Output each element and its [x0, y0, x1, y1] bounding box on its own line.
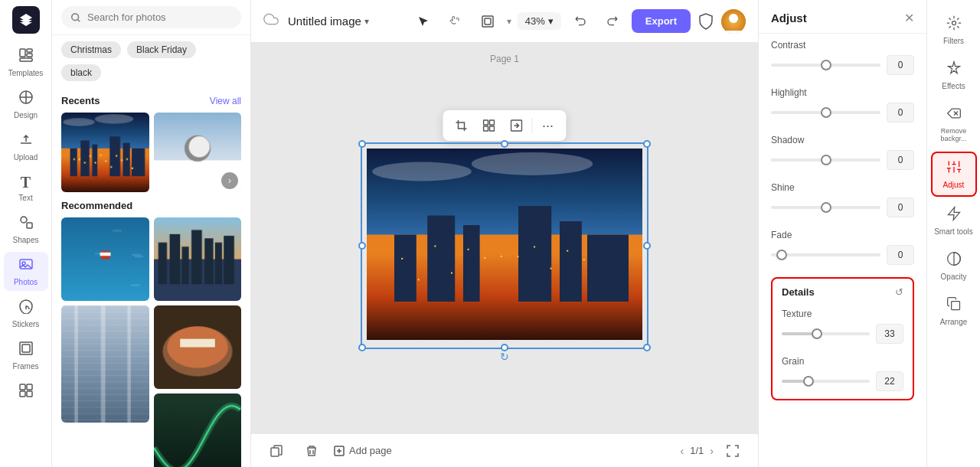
more-options-button[interactable]: ···: [536, 113, 560, 138]
handle-tr[interactable]: [643, 140, 651, 148]
svg-rect-18: [484, 120, 488, 125]
right-sidebar-opacity[interactable]: Opacity: [931, 245, 977, 287]
adjust-panel: Adjust ✕ Contrast 0 Highlight: [758, 0, 926, 467]
rec-photo-1[interactable]: [61, 217, 149, 301]
handle-tl[interactable]: [358, 140, 366, 148]
sidebar-item-photos[interactable]: Photos: [4, 252, 48, 291]
fade-value: 0: [887, 245, 914, 265]
rec-photo-4[interactable]: [154, 305, 242, 389]
zoom-control[interactable]: 43% ▾: [518, 12, 561, 30]
texture-slider[interactable]: [782, 332, 870, 335]
sidebar-item-text-label: Text: [18, 194, 32, 202]
next-page-button[interactable]: ›: [710, 445, 714, 457]
duplicate-page-button[interactable]: [263, 438, 289, 464]
fade-slider-row: 0: [771, 245, 914, 265]
recents-title: Recents: [61, 95, 100, 106]
grain-slider-row: 22: [782, 371, 903, 391]
right-sidebar-filters[interactable]: Filters: [931, 9, 977, 51]
sidebar-item-shapes[interactable]: Shapes: [4, 210, 48, 249]
sidebar-item-upload[interactable]: Upload: [4, 127, 48, 166]
handle-bl[interactable]: [358, 344, 366, 351]
svg-rect-11: [20, 384, 25, 390]
recent-photo-1[interactable]: [61, 113, 149, 192]
canvas-workspace[interactable]: Page 1 ···: [251, 43, 758, 433]
shine-slider[interactable]: [771, 206, 880, 209]
search-input-wrap[interactable]: [61, 6, 241, 28]
fade-track: [771, 253, 880, 256]
export-button[interactable]: Export: [632, 9, 691, 33]
next-arrow[interactable]: ›: [221, 172, 238, 189]
handle-mr[interactable]: [643, 242, 651, 250]
svg-rect-12: [27, 384, 32, 390]
contrast-slider[interactable]: [771, 64, 880, 67]
fade-slider[interactable]: [771, 253, 880, 256]
right-sidebar-arrange[interactable]: Arrange: [931, 290, 977, 332]
effects-icon: [946, 60, 962, 80]
right-sidebar-smart-tools[interactable]: Smart tools: [931, 200, 977, 242]
details-refresh-button[interactable]: ↺: [895, 286, 903, 298]
fade-row: Fade 0: [759, 224, 926, 271]
contrast-label: Contrast: [771, 40, 914, 51]
grain-thumb[interactable]: [803, 376, 814, 387]
shine-thumb[interactable]: [821, 202, 831, 213]
handle-tm[interactable]: [501, 140, 508, 148]
frame-tool-button[interactable]: [475, 8, 501, 34]
rec-photo-5[interactable]: [154, 394, 242, 467]
sidebar-item-templates[interactable]: Templates: [4, 43, 48, 82]
undo-button[interactable]: [567, 8, 593, 34]
frame-chevron: ▾: [507, 16, 511, 27]
right-sidebar-remove-bg[interactable]: Remove backgr...: [931, 100, 977, 149]
user-avatar[interactable]: [721, 9, 746, 34]
filters-icon: [946, 15, 962, 34]
select-tool-button[interactable]: [410, 8, 436, 34]
handle-br[interactable]: [643, 344, 651, 351]
right-sidebar-effects[interactable]: Effects: [931, 54, 977, 96]
sidebar-item-stickers[interactable]: Stickers: [4, 294, 48, 333]
rec-photo-2[interactable]: [154, 217, 242, 301]
tag-black-friday[interactable]: Black Friday: [127, 41, 196, 58]
crop-button[interactable]: [449, 113, 474, 138]
fade-thumb[interactable]: [776, 250, 787, 260]
sidebar-item-more[interactable]: [4, 378, 48, 407]
doc-title[interactable]: Untitled image ▾: [288, 15, 369, 28]
app-logo: [12, 6, 40, 34]
handle-ml[interactable]: [358, 242, 366, 250]
sidebar-item-design[interactable]: Design: [4, 85, 48, 124]
floating-toolbar: ···: [443, 110, 567, 141]
sidebar-item-frames[interactable]: Frames: [4, 336, 48, 375]
more-icon: [18, 383, 34, 402]
search-input[interactable]: [87, 11, 232, 23]
top-bar-tools: ▾ 43% ▾ Export: [410, 8, 746, 34]
contrast-thumb[interactable]: [821, 60, 831, 70]
recommended-grid: [61, 217, 241, 467]
texture-thumb[interactable]: [812, 328, 822, 339]
right-sidebar-adjust[interactable]: Adjust: [931, 152, 977, 197]
adjust-close-button[interactable]: ✕: [904, 11, 914, 25]
highlight-thumb[interactable]: [821, 107, 831, 118]
recommended-section-header: Recommended: [61, 192, 241, 217]
adjust-panel-title: Adjust: [771, 11, 807, 24]
fullscreen-button[interactable]: [720, 438, 746, 464]
shadow-thumb[interactable]: [821, 155, 831, 165]
grid-button[interactable]: [477, 113, 501, 138]
sidebar-item-text[interactable]: T Text: [4, 169, 48, 207]
shadow-slider[interactable]: [771, 158, 880, 162]
cloud-icon: [263, 11, 279, 31]
main-canvas-image[interactable]: [367, 149, 642, 340]
canvas-image-wrap[interactable]: ··· ↻: [367, 149, 642, 343]
replace-button[interactable]: [505, 113, 529, 138]
rotate-handle[interactable]: ↻: [497, 349, 512, 364]
grain-slider[interactable]: [782, 380, 870, 383]
prev-page-button[interactable]: ‹: [681, 445, 684, 457]
view-all-button[interactable]: View all: [210, 96, 241, 106]
rec-photo-3[interactable]: [61, 305, 149, 423]
hand-tool-button[interactable]: [443, 8, 469, 34]
delete-page-button[interactable]: [299, 438, 325, 464]
redo-button[interactable]: [599, 8, 626, 34]
tag-christmas[interactable]: Christmas: [61, 41, 121, 58]
smart-tools-label: Smart tools: [934, 227, 973, 236]
recent-photo-2[interactable]: ›: [154, 113, 242, 192]
tag-black[interactable]: black: [61, 64, 101, 81]
add-page-button[interactable]: Add page: [334, 445, 392, 456]
highlight-slider[interactable]: [771, 111, 880, 114]
